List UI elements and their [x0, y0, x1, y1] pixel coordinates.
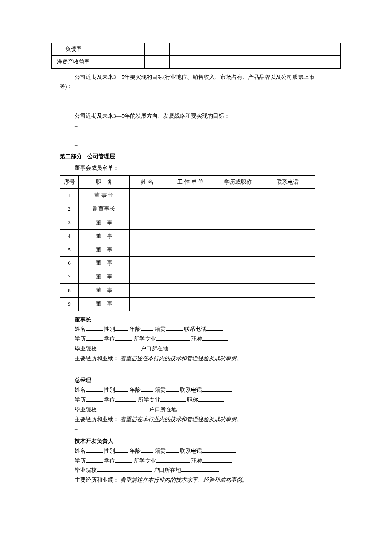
- board-table: 序号 职 务 姓 名 工 作 单 位 学历或职称 联系电话 1董 事 长 2副董…: [60, 175, 315, 311]
- title-field[interactable]: [202, 457, 232, 462]
- gm-line3: 毕业院校 户口所在地: [75, 405, 341, 414]
- goals-intro-1a: 公司近期及未来3—5年要实现的目标(行业地位、销售收入、市场占有、产品品牌以及公…: [75, 73, 341, 82]
- edu-field[interactable]: [86, 335, 103, 341]
- origin-field[interactable]: [166, 386, 179, 392]
- chairman-title: 董事长: [75, 315, 341, 324]
- gender-field[interactable]: [115, 386, 128, 392]
- major-field[interactable]: [160, 396, 186, 402]
- hukou-field[interactable]: [168, 344, 224, 350]
- degree-field[interactable]: [115, 457, 132, 462]
- gm-title: 总经理: [75, 376, 341, 385]
- blank-line: –: [75, 131, 341, 140]
- col-name: 姓 名: [130, 175, 165, 189]
- tech-line1: 姓名 性别 年龄 籍贯 联系电话: [75, 447, 341, 456]
- school-field[interactable]: [97, 344, 139, 350]
- table-row: 7董 事: [60, 270, 315, 284]
- tech-line2: 学历 学位 所学专业 职称: [75, 457, 341, 465]
- table-row: 8董 事: [60, 283, 315, 297]
- table-row: 净资产收益率: [52, 55, 341, 68]
- col-workplace: 工 作 单 位: [165, 175, 216, 189]
- school-field[interactable]: [97, 405, 148, 411]
- chairman-exp: 主要经历和业绩： 着重描述在本行内的技术和管理经验及成功事例。: [75, 354, 341, 363]
- gm-line1: 姓名 性别 年龄 籍贯 联系电话: [75, 386, 341, 395]
- name-field[interactable]: [86, 447, 103, 453]
- table-row: 4董 事: [60, 229, 315, 243]
- age-field[interactable]: [141, 447, 153, 453]
- table-row: 5董 事: [60, 243, 315, 257]
- origin-field[interactable]: [166, 447, 179, 453]
- section-2-title: 第二部分 公司管理层: [60, 152, 341, 161]
- gm-exp: 主要经历和业绩： 着重描在本行业内的技术和管理经验及成功事例。: [75, 415, 341, 424]
- blank-line: –: [75, 92, 341, 101]
- blank-line: –: [75, 102, 341, 111]
- table-row: 负债率: [52, 43, 341, 56]
- table-row: 1董 事 长: [60, 189, 315, 202]
- blank-line: –: [75, 425, 341, 434]
- col-seq: 序号: [60, 175, 79, 189]
- board-title: 董事会成员名单：: [75, 164, 341, 173]
- title-field[interactable]: [198, 396, 224, 402]
- age-field[interactable]: [141, 386, 153, 392]
- gender-field[interactable]: [115, 447, 128, 453]
- col-phone: 联系电话: [260, 175, 315, 189]
- gender-field[interactable]: [115, 325, 128, 331]
- finance-table: 负债率 净资产收益率: [51, 43, 341, 69]
- name-field[interactable]: [86, 325, 103, 331]
- tech-block: 技术开发负责人 姓名 性别 年龄 籍贯 联系电话 学历 学位 所学专业 职称 毕…: [75, 437, 341, 485]
- phone-field[interactable]: [202, 447, 236, 453]
- major-field[interactable]: [156, 335, 190, 341]
- chairman-line2: 学历 学位 所学专业 职称: [75, 335, 341, 344]
- col-position: 职 务: [79, 175, 130, 189]
- edu-field[interactable]: [86, 396, 103, 402]
- gm-line2: 学历 学位 所学专业 职称: [75, 396, 341, 405]
- finance-row-label: 负债率: [52, 43, 95, 56]
- hukou-field[interactable]: [181, 466, 219, 472]
- chairman-line1: 姓名 性别 年龄 籍贯 联系电话: [75, 325, 341, 334]
- finance-row-label: 净资产收益率: [52, 55, 95, 68]
- degree-field[interactable]: [115, 396, 136, 402]
- title-field[interactable]: [202, 335, 228, 341]
- school-field[interactable]: [97, 466, 152, 472]
- table-header-row: 序号 职 务 姓 名 工 作 单 位 学历或职称 联系电话: [60, 175, 315, 189]
- col-education: 学历或职称: [216, 175, 260, 189]
- age-field[interactable]: [141, 325, 153, 331]
- blank-line: –: [75, 141, 341, 150]
- chairman-block: 董事长 姓名 性别 年龄 籍贯 联系电话 学历 学位 所学专业 职称 毕业院校 …: [75, 315, 341, 363]
- edu-field[interactable]: [86, 457, 103, 462]
- major-field[interactable]: [156, 457, 190, 462]
- table-row: 9董 事: [60, 297, 315, 311]
- tech-line3: 毕业院校 户口所在地: [75, 466, 341, 475]
- hukou-field[interactable]: [177, 405, 224, 411]
- table-row: 3董 事: [60, 216, 315, 229]
- goals-intro-2: 公司近期及未来3—5年的发展方向、发展战略和要实现的目标：: [75, 112, 341, 121]
- chairman-line3: 毕业院校 户口所在地: [75, 344, 341, 353]
- tech-title: 技术开发负责人: [75, 437, 341, 446]
- degree-field[interactable]: [115, 335, 132, 341]
- phone-field[interactable]: [206, 325, 223, 331]
- table-row: 6董 事: [60, 257, 315, 270]
- phone-field[interactable]: [202, 386, 232, 392]
- goals-intro-1b: 等)：: [60, 82, 341, 91]
- blank-line: –: [75, 121, 341, 130]
- tech-exp: 主要经历和业绩： 着重描述在本行业内的技术水平、经验和成功事例。: [75, 476, 341, 485]
- blank-line: –: [75, 364, 341, 373]
- table-row: 2副董事长: [60, 202, 315, 216]
- name-field[interactable]: [86, 386, 103, 392]
- gm-block: 总经理 姓名 性别 年龄 籍贯 联系电话 学历 学位 所学专业 职称 毕业院校 …: [75, 376, 341, 424]
- origin-field[interactable]: [166, 325, 183, 331]
